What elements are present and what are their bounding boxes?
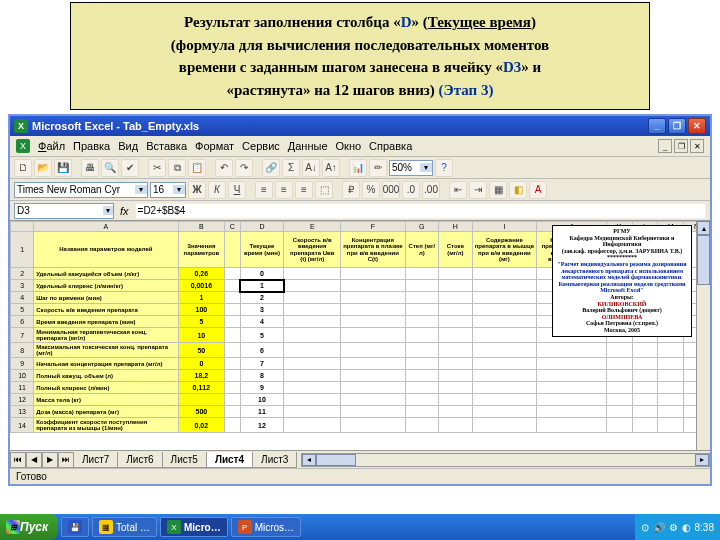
zoom-dropdown-icon[interactable]: ▾: [420, 163, 432, 172]
sort-desc-icon[interactable]: A↑: [322, 159, 340, 177]
close-button[interactable]: ✕: [688, 118, 706, 134]
drawing-icon[interactable]: ✏: [369, 159, 387, 177]
table-row[interactable]: 10Полный кажущ. объем (л)18,28: [11, 370, 710, 382]
align-left-icon[interactable]: ≡: [255, 181, 273, 199]
redo-icon[interactable]: ↷: [235, 159, 253, 177]
param-name-cell[interactable]: Полный клиренс (л/мин): [34, 382, 178, 394]
menu-view[interactable]: Вид: [118, 140, 138, 152]
sheet-tab[interactable]: Лист3: [252, 452, 297, 468]
table-row[interactable]: 12Масса тела (кг)10: [11, 394, 710, 406]
param-name-cell[interactable]: Скорость в/в введения препарата: [34, 304, 178, 316]
scroll-right-icon[interactable]: ▸: [695, 454, 709, 466]
param-value-cell[interactable]: 100: [178, 304, 224, 316]
font-size-input[interactable]: [151, 184, 173, 195]
chevron-down-icon[interactable]: ▾: [103, 206, 113, 215]
tray-icon[interactable]: ◐: [682, 522, 691, 533]
time-cell[interactable]: 0: [240, 268, 284, 280]
taskbar-item[interactable]: ▦Total …: [92, 517, 157, 537]
col-I[interactable]: I: [472, 222, 536, 232]
dec-dec-icon[interactable]: .00: [422, 181, 440, 199]
scroll-thumb[interactable]: [697, 235, 710, 285]
save-icon[interactable]: 💾: [54, 159, 72, 177]
font-name-input[interactable]: [15, 184, 135, 195]
align-center-icon[interactable]: ≡: [275, 181, 293, 199]
taskbar-item[interactable]: 💾: [61, 517, 89, 537]
param-name-cell[interactable]: Масса тела (кг): [34, 394, 178, 406]
menu-format[interactable]: Формат: [195, 140, 234, 152]
time-cell[interactable]: 11: [240, 406, 284, 418]
zoom-input[interactable]: [390, 162, 420, 173]
bold-icon[interactable]: Ж: [188, 181, 206, 199]
undo-icon[interactable]: ↶: [215, 159, 233, 177]
col-F[interactable]: F: [341, 222, 405, 232]
zoom-box[interactable]: ▾: [389, 160, 433, 176]
param-value-cell[interactable]: 0: [178, 358, 224, 370]
table-row[interactable]: 9Начальная концентрация препарата (мг/л)…: [11, 358, 710, 370]
param-name-cell[interactable]: Доза (масса) препарата (мг): [34, 406, 178, 418]
param-name-cell[interactable]: Удельный клиренс (л/мин/кг): [34, 280, 178, 292]
fill-color-icon[interactable]: ◧: [509, 181, 527, 199]
windows-taskbar[interactable]: ⊞ Пуск 💾 ▦Total … XMicro… PMicros… ⊙ 🔊 ⚙…: [0, 514, 720, 540]
title-bar[interactable]: X Microsoft Excel - Tab_Empty.xls _ ❐ ✕: [10, 116, 710, 136]
param-name-cell[interactable]: Полный кажущ. объем (л): [34, 370, 178, 382]
col-D[interactable]: D: [240, 222, 284, 232]
percent-icon[interactable]: %: [362, 181, 380, 199]
sum-icon[interactable]: Σ: [282, 159, 300, 177]
time-cell[interactable]: 5: [240, 328, 284, 343]
param-value-cell[interactable]: 50: [178, 343, 224, 358]
sheet-tab[interactable]: Лист4: [206, 452, 253, 468]
taskbar-item[interactable]: PMicros…: [231, 517, 301, 537]
col-C[interactable]: C: [225, 222, 240, 232]
formula-input[interactable]: [135, 203, 706, 219]
select-all[interactable]: [11, 222, 34, 232]
align-right-icon[interactable]: ≡: [295, 181, 313, 199]
time-cell[interactable]: 7: [240, 358, 284, 370]
sheet-tab[interactable]: Лист7: [73, 452, 118, 468]
fx-icon[interactable]: fx: [120, 205, 129, 217]
doc-restore[interactable]: ❐: [674, 139, 688, 153]
time-cell[interactable]: 3: [240, 304, 284, 316]
param-value-cell[interactable]: 10: [178, 328, 224, 343]
param-value-cell[interactable]: 1: [178, 292, 224, 304]
help-icon[interactable]: ?: [435, 159, 453, 177]
taskbar-item-active[interactable]: XMicro…: [160, 517, 228, 537]
param-value-cell[interactable]: 0,26: [178, 268, 224, 280]
table-row[interactable]: 13Доза (масса) препарата (мг)50011: [11, 406, 710, 418]
param-value-cell[interactable]: [178, 394, 224, 406]
time-cell[interactable]: 10: [240, 394, 284, 406]
horizontal-scrollbar[interactable]: ◂ ▸: [301, 453, 710, 467]
restore-button[interactable]: ❐: [668, 118, 686, 134]
time-cell[interactable]: 8: [240, 370, 284, 382]
new-icon[interactable]: 🗋: [14, 159, 32, 177]
col-A[interactable]: A: [34, 222, 178, 232]
currency-icon[interactable]: ₽: [342, 181, 360, 199]
chart-icon[interactable]: 📊: [349, 159, 367, 177]
doc-close[interactable]: ✕: [690, 139, 704, 153]
param-name-cell[interactable]: Время введения препарата (мин): [34, 316, 178, 328]
open-icon[interactable]: 📂: [34, 159, 52, 177]
tab-first-icon[interactable]: ⏮: [10, 452, 26, 468]
col-E[interactable]: E: [284, 222, 341, 232]
param-value-cell[interactable]: 0,0016: [178, 280, 224, 292]
copy-icon[interactable]: ⧉: [168, 159, 186, 177]
param-name-cell[interactable]: Максимальная токсическая конц. препарата…: [34, 343, 178, 358]
chevron-down-icon[interactable]: ▾: [173, 185, 185, 194]
col-B[interactable]: B: [178, 222, 224, 232]
link-icon[interactable]: 🔗: [262, 159, 280, 177]
param-name-cell[interactable]: Шаг по времени (мин): [34, 292, 178, 304]
param-name-cell[interactable]: Удельный кажущийся объем (л/кг): [34, 268, 178, 280]
tab-next-icon[interactable]: ▶: [42, 452, 58, 468]
name-box[interactable]: ▾: [14, 203, 114, 219]
table-row[interactable]: 11Полный клиренс (л/мин)0,1129: [11, 382, 710, 394]
scroll-left-icon[interactable]: ◂: [302, 454, 316, 466]
tab-prev-icon[interactable]: ◀: [26, 452, 42, 468]
col-H[interactable]: H: [439, 222, 473, 232]
param-name-cell[interactable]: Минимальная терапевтическая конц. препар…: [34, 328, 178, 343]
indent-dec-icon[interactable]: ⇤: [449, 181, 467, 199]
tab-last-icon[interactable]: ⏭: [58, 452, 74, 468]
merge-icon[interactable]: ⬚: [315, 181, 333, 199]
col-G[interactable]: G: [405, 222, 439, 232]
param-value-cell[interactable]: 18,2: [178, 370, 224, 382]
time-cell[interactable]: 12: [240, 418, 284, 433]
underline-icon[interactable]: Ч: [228, 181, 246, 199]
